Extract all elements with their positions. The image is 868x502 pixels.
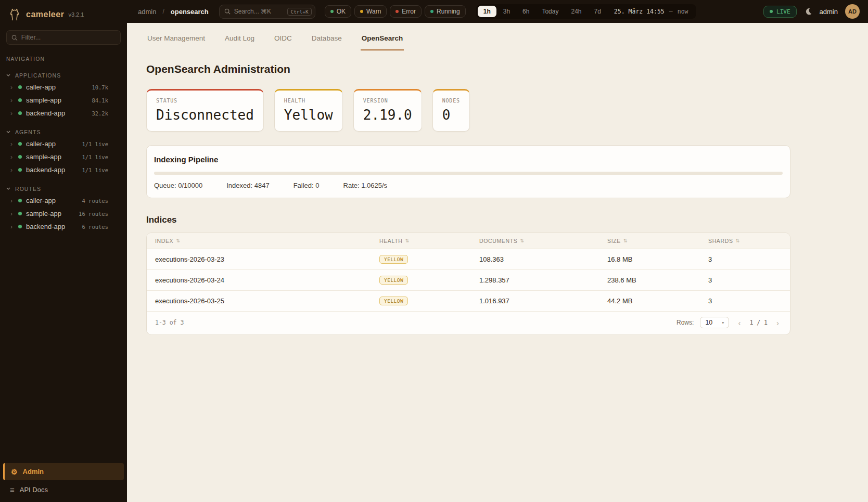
tab-oidc[interactable]: OIDC — [273, 29, 293, 50]
tab-opensearch[interactable]: OpenSearch — [361, 29, 404, 50]
sidebar-item-applications-backend-app[interactable]: › backend-app 32.2k — [0, 107, 127, 120]
sidebar-item-applications-sample-app[interactable]: › sample-app 84.1k — [0, 94, 127, 107]
status-dot — [18, 155, 22, 159]
chevron-right-icon: › — [10, 141, 16, 147]
live-toggle[interactable]: LIVE — [763, 6, 797, 18]
sidebar-item-routes-sample-app[interactable]: › sample-app 16 routes — [0, 207, 127, 220]
sidebar-item-badge: 6 routes — [82, 224, 108, 230]
chevron-right-icon: › — [10, 211, 16, 217]
column-label: DOCUMENTS — [479, 238, 517, 244]
sidebar: cameleer v3.2.1 NAVIGATION APPLICATIONS … — [0, 0, 127, 502]
sidebar-item-badge: 32.2k — [92, 110, 108, 117]
sidebar-group-header-agents[interactable]: AGENTS — [0, 127, 127, 137]
column-label: HEALTH — [379, 238, 402, 244]
cell-shards: 3 — [700, 270, 790, 290]
sidebar-item-applications-caller-app[interactable]: › caller-app 10.7k — [0, 81, 127, 94]
sidebar-item-badge: 1/1 live — [82, 167, 108, 173]
sidebar-item-admin[interactable]: ⚙ Admin — [3, 463, 124, 480]
health-badge: YELLOW — [379, 297, 408, 305]
cell-documents: 108.363 — [471, 249, 599, 269]
time-range-today[interactable]: Today — [536, 6, 564, 17]
cell-size: 238.6 MB — [599, 270, 700, 290]
health-badge: YELLOW — [379, 276, 408, 285]
stat-label: NODES — [442, 98, 460, 104]
cell-health: YELLOW — [371, 291, 471, 311]
list-icon: ≡ — [10, 486, 15, 494]
stat-label: STATUS — [156, 98, 254, 104]
search-input[interactable] — [234, 8, 284, 15]
sidebar-item-badge: 1/1 live — [82, 154, 108, 160]
sidebar-item-agents-caller-app[interactable]: › caller-app 1/1 live — [0, 137, 127, 150]
tab-database[interactable]: Database — [311, 29, 343, 50]
time-range-1h[interactable]: 1h — [478, 6, 496, 17]
rows-per-page-select[interactable]: 10 ▾ — [700, 317, 729, 328]
sidebar-item-badge: 16 routes — [79, 211, 108, 217]
sidebar-filter[interactable] — [6, 30, 121, 45]
cell-index: executions-2026-03-25 — [147, 291, 371, 311]
date-range-display[interactable]: 25. März 14:55 — now — [608, 8, 695, 15]
sidebar-item-agents-sample-app[interactable]: › sample-app 1/1 live — [0, 150, 127, 163]
table-footer-right: Rows: 10 ▾ ‹ 1 / 1 › — [676, 317, 782, 328]
sidebar-group-header-applications[interactable]: APPLICATIONS — [0, 70, 127, 81]
main-column: admin / opensearch Ctrl+K OK Warn Error — [127, 0, 868, 502]
time-range-3h[interactable]: 3h — [497, 6, 516, 17]
filter-pill-ok[interactable]: OK — [325, 5, 351, 18]
avatar[interactable]: AD — [845, 4, 860, 19]
tab-user-management[interactable]: User Management — [146, 29, 206, 50]
column-header-size[interactable]: SIZE ⇅ — [599, 233, 700, 249]
sidebar-item-badge: 84.1k — [92, 97, 108, 104]
pipeline-metrics: Queue: 0/10000 Indexed: 4847 Failed: 0 R… — [154, 182, 783, 189]
indexing-pipeline-panel: Indexing Pipeline Queue: 0/10000 Indexed… — [146, 145, 790, 198]
stat-value: 2.19.0 — [363, 107, 412, 123]
time-range-24h[interactable]: 24h — [565, 6, 587, 17]
user-name: admin — [820, 8, 838, 16]
status-dot — [18, 168, 22, 172]
sidebar-group-label: APPLICATIONS — [15, 72, 61, 79]
tab-audit-log[interactable]: Audit Log — [224, 29, 256, 50]
status-dot — [18, 111, 22, 115]
filter-pill-error[interactable]: Error — [390, 5, 422, 18]
sidebar-item-badge: 4 routes — [82, 198, 108, 204]
sidebar-item-routes-caller-app[interactable]: › caller-app 4 routes — [0, 194, 127, 207]
filter-pill-running[interactable]: Running — [425, 5, 466, 18]
sidebar-item-agents-backend-app[interactable]: › backend-app 1/1 live — [0, 163, 127, 176]
sort-icon: ⇅ — [623, 238, 628, 243]
brand-name: cameleer — [26, 10, 64, 19]
search-icon — [11, 34, 18, 41]
breadcrumb-section[interactable]: admin — [138, 8, 156, 16]
health-badge: YELLOW — [379, 255, 408, 264]
sidebar-item-label: backend-app — [26, 109, 92, 117]
theme-toggle-button[interactable] — [804, 7, 812, 16]
column-header-documents[interactable]: DOCUMENTS ⇅ — [471, 233, 599, 249]
indices-title: Indices — [146, 215, 868, 225]
filter-pill-label: OK — [337, 8, 346, 15]
indices-table: INDEX ⇅ HEALTH ⇅ DOCUMENTS ⇅ SIZE ⇅ SHAR… — [146, 233, 790, 335]
sidebar-group-label: AGENTS — [15, 129, 41, 135]
sidebar-item-routes-backend-app[interactable]: › backend-app 6 routes — [0, 220, 127, 233]
range-start: 25. März 14:55 — [614, 8, 665, 15]
next-page-button[interactable]: › — [774, 318, 782, 327]
column-header-shards[interactable]: SHARDS ⇅ — [700, 233, 790, 249]
live-status-dot — [770, 10, 773, 13]
cell-size: 16.8 MB — [599, 249, 700, 269]
column-header-health[interactable]: HEALTH ⇅ — [371, 233, 471, 249]
filter-pill-warn[interactable]: Warn — [354, 5, 387, 18]
moon-icon — [804, 7, 812, 16]
pipeline-metric-indexed: Indexed: 4847 — [226, 182, 269, 189]
time-range-6h[interactable]: 6h — [517, 6, 535, 17]
sidebar-item-label: sample-app — [26, 153, 82, 161]
time-range-7d[interactable]: 7d — [589, 6, 607, 17]
chevron-right-icon: › — [10, 97, 16, 104]
sidebar-item-api-docs[interactable]: ≡ API Docs — [0, 481, 127, 502]
pipeline-metric-failed: Failed: 0 — [293, 182, 320, 189]
filter-input[interactable] — [21, 34, 116, 41]
page-title: OpenSearch Administration — [146, 63, 868, 75]
previous-page-button[interactable]: ‹ — [735, 318, 743, 327]
global-search[interactable]: Ctrl+K — [219, 5, 315, 19]
column-header-index[interactable]: INDEX ⇅ — [147, 233, 371, 249]
cell-shards: 3 — [700, 291, 790, 311]
stat-card-nodes: NODES 0 — [432, 89, 470, 132]
sidebar-group-header-routes[interactable]: ROUTES — [0, 184, 127, 194]
column-label: INDEX — [155, 238, 173, 244]
stat-label: HEALTH — [284, 98, 333, 104]
